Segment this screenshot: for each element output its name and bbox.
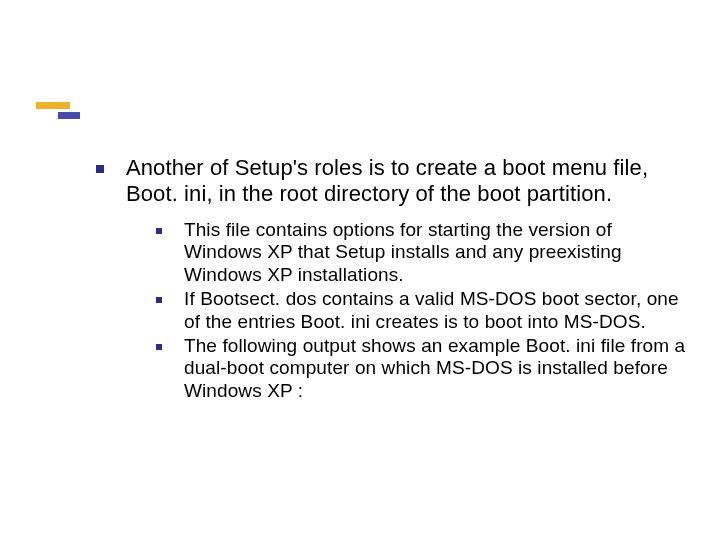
square-bullet-icon xyxy=(156,297,162,303)
sub-list: This file contains options for starting … xyxy=(156,219,691,402)
accent-bars xyxy=(36,102,82,118)
list-item-text: This file contains options for starting … xyxy=(184,219,622,285)
list-item-text: Another of Setup's roles is to create a … xyxy=(126,155,648,206)
slide: Another of Setup's roles is to create a … xyxy=(0,0,720,540)
square-bullet-icon xyxy=(156,228,162,234)
list-item: Another of Setup's roles is to create a … xyxy=(96,155,691,207)
list-item: This file contains options for starting … xyxy=(156,219,691,286)
square-bullet-icon xyxy=(96,165,104,173)
accent-bar-yellow xyxy=(36,102,70,109)
list-item-text: If Bootsect. dos contains a valid MS-DOS… xyxy=(184,288,679,331)
list-item-text: The following output shows an example Bo… xyxy=(184,335,685,401)
content-area: Another of Setup's roles is to create a … xyxy=(96,155,691,404)
list-item: If Bootsect. dos contains a valid MS-DOS… xyxy=(156,288,691,333)
accent-bar-blue xyxy=(58,112,80,119)
square-bullet-icon xyxy=(156,344,162,350)
list-item: The following output shows an example Bo… xyxy=(156,335,691,402)
